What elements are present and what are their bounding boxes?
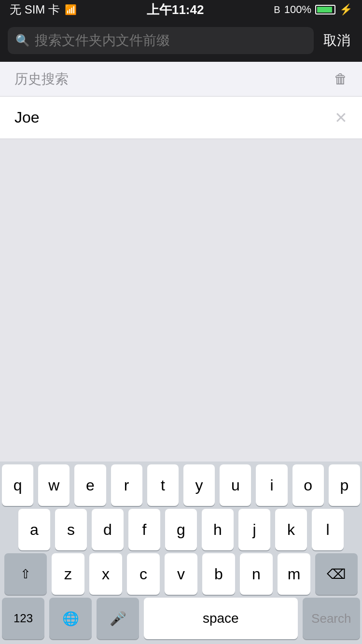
search-icon: 🔍	[15, 34, 30, 47]
key-r[interactable]: r	[111, 464, 142, 506]
keyboard-row-1: q w e r t y u i o p	[0, 462, 362, 506]
key-f[interactable]: f	[128, 509, 160, 550]
search-input-wrap[interactable]: 🔍	[8, 27, 314, 54]
search-input[interactable]	[35, 33, 306, 48]
key-p[interactable]: p	[329, 464, 360, 506]
space-key[interactable]: space	[144, 598, 298, 639]
key-c[interactable]: c	[127, 553, 160, 595]
history-header: 历史搜索 🗑	[0, 62, 362, 97]
numbers-key[interactable]: 123	[2, 598, 44, 639]
history-item: Joe ✕	[0, 97, 362, 139]
key-t[interactable]: t	[147, 464, 179, 506]
keyboard-row-3: ⇧ z x c v b n m ⌫	[0, 550, 362, 595]
mic-key[interactable]: 🎤	[97, 598, 139, 639]
key-y[interactable]: y	[183, 464, 215, 506]
history-section: 历史搜索 🗑 Joe ✕	[0, 62, 362, 139]
charging-icon: ⚡	[339, 3, 352, 16]
keyboard-row-4: 123 🌐 🎤 space Search	[0, 595, 362, 644]
clear-history-icon[interactable]: ✕	[334, 109, 348, 127]
wifi-icon: 📶	[65, 4, 77, 15]
key-d[interactable]: d	[92, 509, 124, 550]
key-k[interactable]: k	[275, 509, 307, 550]
carrier-text: 无 SIM 卡	[10, 2, 60, 17]
trash-icon[interactable]: 🗑	[334, 71, 348, 87]
key-x[interactable]: x	[89, 553, 122, 595]
key-g[interactable]: g	[165, 509, 197, 550]
main-content	[0, 139, 362, 414]
cancel-button[interactable]: 取消	[320, 29, 354, 52]
key-b[interactable]: b	[202, 553, 235, 595]
key-z[interactable]: z	[52, 553, 84, 595]
key-v[interactable]: v	[165, 553, 197, 595]
status-bar: 无 SIM 卡 📶 上午11:42 B 100% ⚡	[0, 0, 362, 19]
history-item-text[interactable]: Joe	[14, 109, 40, 126]
search-bar-container: 🔍 取消	[0, 19, 362, 62]
bluetooth-icon: B	[274, 4, 280, 15]
key-a[interactable]: a	[18, 509, 50, 550]
key-n[interactable]: n	[240, 553, 273, 595]
key-i[interactable]: i	[256, 464, 287, 506]
key-u[interactable]: u	[220, 464, 251, 506]
key-w[interactable]: w	[38, 464, 70, 506]
globe-key[interactable]: 🌐	[49, 598, 92, 639]
search-key[interactable]: Search	[303, 598, 360, 639]
key-l[interactable]: l	[312, 509, 344, 550]
key-h[interactable]: h	[202, 509, 234, 550]
key-q[interactable]: q	[2, 464, 33, 506]
backspace-key[interactable]: ⌫	[315, 553, 358, 595]
keyboard-row-2: a s d f g h j k l	[0, 506, 362, 550]
status-right: B 100% ⚡	[274, 3, 352, 16]
key-e[interactable]: e	[74, 464, 106, 506]
battery-fill	[317, 7, 332, 13]
key-j[interactable]: j	[238, 509, 270, 550]
shift-key[interactable]: ⇧	[4, 553, 47, 595]
key-m[interactable]: m	[278, 553, 310, 595]
status-left: 无 SIM 卡 📶	[10, 2, 77, 17]
status-time: 上午11:42	[147, 1, 204, 18]
key-s[interactable]: s	[55, 509, 87, 550]
keyboard[interactable]: q w e r t y u i o p a s d f g h j k l ⇧ …	[0, 462, 362, 644]
key-o[interactable]: o	[292, 464, 324, 506]
battery-percent: 100%	[284, 3, 311, 16]
history-title: 历史搜索	[14, 70, 69, 88]
battery-icon	[315, 5, 335, 14]
